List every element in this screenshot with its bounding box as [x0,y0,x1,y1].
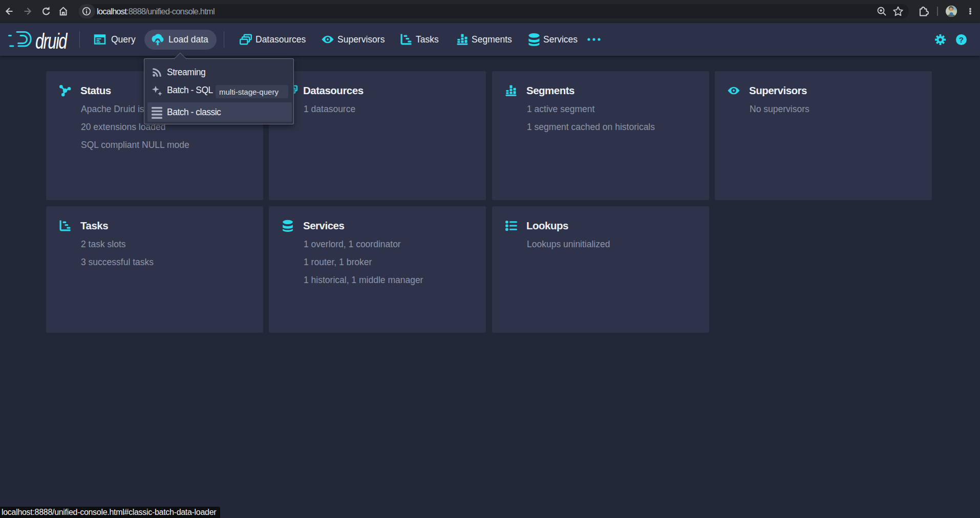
svg-text:?: ? [959,35,964,44]
